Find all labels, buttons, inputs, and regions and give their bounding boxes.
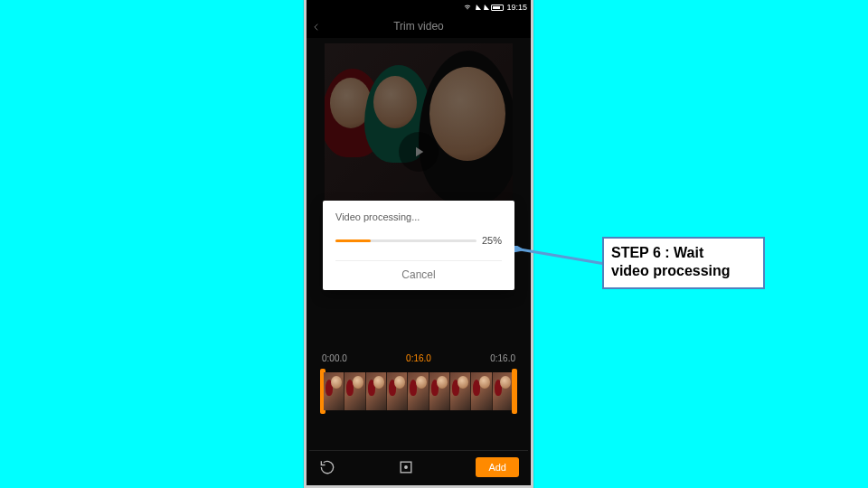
status-bar: 19:15 (307, 0, 531, 14)
signal-icon-1 (474, 5, 481, 10)
callout-line2: video processing (611, 263, 731, 278)
timeline-labels: 0:00.0 0:16.0 0:16.0 (309, 353, 528, 363)
instruction-callout: STEP 6 : Wait video processing (602, 237, 765, 289)
bottom-toolbar: Add (309, 450, 528, 483)
cancel-button[interactable]: Cancel (335, 260, 502, 281)
timeline: 0:00.0 0:16.0 0:16.0 (309, 335, 528, 444)
callout-line1: STEP 6 : Wait (611, 245, 703, 260)
timeline-mid: 0:16.0 (406, 353, 431, 363)
thumbnail-strip[interactable] (322, 372, 515, 410)
thumbnail (429, 372, 450, 410)
thumbnail (324, 372, 344, 410)
phone-frame: 19:15 Trim video Video processing... (304, 0, 533, 488)
battery-icon (491, 5, 504, 11)
svg-line-3 (520, 249, 605, 264)
processing-dialog: Video processing... 25% Cancel (323, 201, 514, 290)
signal-icon-2 (482, 5, 489, 10)
status-time: 19:15 (506, 3, 527, 12)
trim-handle-right[interactable] (512, 369, 517, 414)
progress-percent-label: 25% (482, 235, 502, 246)
thumbnail (408, 372, 429, 410)
timeline-start: 0:00.0 (322, 353, 347, 363)
thumbnail (493, 372, 514, 410)
svg-point-2 (405, 465, 408, 468)
rotate-button[interactable] (318, 458, 336, 476)
thumbnail (344, 372, 365, 410)
thumbnail (471, 372, 492, 410)
progress-fill (335, 239, 371, 242)
progress-bar (335, 239, 476, 242)
app-title-bar: Trim video (307, 14, 531, 38)
phone-screen: 19:15 Trim video Video processing... (307, 0, 531, 485)
status-right: 19:15 (460, 2, 527, 13)
rotate-icon (318, 458, 336, 476)
timeline-end: 0:16.0 (490, 353, 515, 363)
back-icon[interactable] (312, 22, 321, 31)
crop-icon (397, 458, 415, 476)
wifi-icon (463, 2, 472, 13)
crop-button[interactable] (397, 458, 415, 476)
thumbnail (387, 372, 408, 410)
dialog-title: Video processing... (335, 211, 502, 222)
thumbnail (450, 372, 471, 410)
callout-arrow (514, 246, 609, 269)
add-button[interactable]: Add (476, 457, 519, 477)
thumbnail (366, 372, 387, 410)
app-title: Trim video (393, 20, 444, 33)
progress-row: 25% (335, 235, 502, 246)
